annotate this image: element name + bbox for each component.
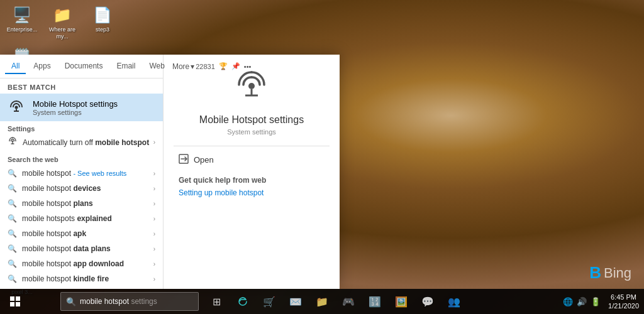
web-item-chevron-6: › — [153, 261, 155, 268]
open-button[interactable]: Open — [179, 154, 214, 166]
tab-documents[interactable]: Documents — [58, 59, 109, 74]
open-label: Open — [194, 155, 214, 165]
quick-help-title: Get quick help from web — [179, 176, 266, 185]
taskbar-photos[interactable]: 🖼️ — [389, 289, 414, 314]
volume-icon: 🔊 — [577, 297, 587, 306]
svg-point-0 — [15, 106, 18, 109]
web-item-chevron-3: › — [153, 215, 155, 222]
best-match-item[interactable]: Mobile Hotspot settings System settings — [0, 94, 163, 121]
tab-all[interactable]: All — [5, 59, 26, 74]
right-panel-divider — [174, 146, 330, 146]
start-button[interactable] — [0, 289, 30, 314]
quick-help-link[interactable]: Setting up mobile hotspot — [179, 188, 266, 197]
taskbar-search[interactable]: 🔍 mobile hotspot settings — [60, 292, 199, 311]
search-right-panel: Mobile Hotspot settings System settings … — [164, 55, 340, 289]
settings-label: Settings — [8, 125, 155, 133]
taskbar-search-text: mobile hotspot settings — [80, 297, 157, 306]
hotspot-icon — [8, 99, 25, 116]
web-item-7[interactable]: 🔍 mobile hotspot kindle fire › — [8, 271, 155, 286]
web-search-icon-5: 🔍 — [8, 244, 17, 253]
taskbar-xbox[interactable]: 🎮 — [336, 289, 361, 314]
web-item-text-3: mobile hotspots explained — [22, 214, 112, 223]
web-item-chevron-7: › — [153, 276, 155, 283]
web-search-label: Search the web — [8, 156, 155, 163]
web-search-icon-7: 🔍 — [8, 274, 17, 283]
web-search-icon-4: 🔍 — [8, 229, 17, 238]
settings-item-auto-turnoff[interactable]: Automatically turn off mobile hotspot › — [8, 133, 155, 152]
taskbar-teams[interactable]: 👥 — [441, 289, 467, 314]
web-item-text-2: mobile hotspot plans — [22, 199, 93, 208]
taskbar: 🔍 mobile hotspot settings ⊞ 🛒 ✉️ 📁 🎮 🔢 🖼… — [0, 289, 644, 314]
web-item-chevron-2: › — [153, 200, 155, 207]
web-item-chevron-0: › — [153, 170, 155, 177]
web-item-text-4: mobile hotspot apk — [22, 229, 86, 238]
web-search-icon-3: 🔍 — [8, 214, 17, 223]
taskbar-explorer[interactable]: 📁 — [309, 289, 335, 314]
right-panel-title: Mobile Hotspot settings — [199, 114, 304, 126]
settings-item-text: Automatically turn off mobile hotspot — [23, 138, 149, 147]
taskbar-edge[interactable] — [230, 289, 255, 314]
taskbar-icons: ⊞ 🛒 ✉️ 📁 🎮 🔢 🖼️ 💬 👥 — [204, 289, 467, 314]
best-match-text: Mobile Hotspot settings System settings — [33, 99, 118, 116]
web-item-text-7: mobile hotspot kindle fire — [22, 274, 109, 283]
settings-section: Settings — [0, 121, 163, 153]
tab-email[interactable]: Email — [110, 59, 142, 74]
taskbar-store[interactable]: 🛒 — [257, 289, 282, 314]
right-panel-subtitle: System settings — [227, 128, 276, 136]
desktop: 🖥️ Enterprise... 📁 Where are my... 📄 ste… — [0, 0, 644, 314]
network-icon: 🌐 — [563, 297, 573, 306]
web-search-icon-0: 🔍 — [8, 169, 17, 178]
web-item-6[interactable]: 🔍 mobile hotspot app download › — [8, 256, 155, 271]
desktop-icon-enterprise[interactable]: 🖥️ Enterprise... — [3, 3, 41, 42]
web-item-1[interactable]: 🔍 mobile hotspot devices › — [8, 181, 155, 196]
desktop-icon-step3[interactable]: 📄 step3 — [84, 3, 121, 42]
web-search-section: Search the web 🔍 mobile hotspot - See we… — [0, 153, 163, 289]
quick-help-section: Get quick help from web Setting up mobil… — [179, 176, 266, 197]
battery-icon: 🔋 — [591, 297, 601, 306]
open-icon — [179, 154, 189, 166]
web-item-text-0: mobile hotspot - See web results — [22, 169, 126, 178]
search-left-panel: All Apps Documents Email Web More ▾ 2283… — [0, 55, 164, 289]
taskbar-app2[interactable]: 💬 — [415, 289, 440, 314]
web-item-chevron-4: › — [153, 230, 155, 237]
svg-point-6 — [248, 83, 255, 89]
tab-apps[interactable]: Apps — [27, 59, 57, 74]
web-search-icon-1: 🔍 — [8, 184, 17, 193]
web-item-5[interactable]: 🔍 mobile hotspot data plans › — [8, 241, 155, 256]
taskbar-mail[interactable]: ✉️ — [283, 289, 308, 314]
web-item-0[interactable]: 🔍 mobile hotspot - See web results › — [8, 166, 155, 181]
web-search-icon-6: 🔍 — [8, 259, 17, 268]
right-hotspot-icon — [231, 67, 272, 107]
svg-point-3 — [12, 141, 14, 143]
search-tabs: All Apps Documents Email Web More ▾ 2283… — [0, 55, 163, 78]
web-item-4[interactable]: 🔍 mobile hotspot apk › — [8, 226, 155, 241]
taskbar-time-value: 6:45 PM — [608, 293, 639, 301]
settings-item-icon — [8, 136, 18, 148]
web-item-text-1: mobile hotspot devices — [22, 184, 101, 193]
web-item-chevron-5: › — [153, 246, 155, 252]
taskbar-task-view[interactable]: ⊞ — [204, 289, 229, 314]
bing-watermark: BBing — [589, 263, 631, 283]
web-item-text-6: mobile hotspot app download — [22, 259, 124, 268]
taskbar-datetime[interactable]: 6:45 PM 1/21/2020 — [608, 293, 639, 311]
search-popup: All Apps Documents Email Web More ▾ 2283… — [0, 55, 340, 289]
sys-icons: 🌐 🔊 🔋 — [558, 297, 606, 306]
web-search-icon-2: 🔍 — [8, 199, 17, 208]
taskbar-date-value: 1/21/2020 — [608, 301, 639, 310]
web-item-chevron-1: › — [153, 185, 155, 192]
windows-logo — [10, 296, 20, 306]
desktop-icon-where[interactable]: 📁 Where are my... — [43, 3, 81, 42]
settings-item-chevron: › — [153, 139, 155, 146]
taskbar-right: 🌐 🔊 🔋 6:45 PM 1/21/2020 — [558, 293, 644, 311]
web-item-3[interactable]: 🔍 mobile hotspots explained › — [8, 211, 155, 226]
best-match-label: Best match — [0, 78, 163, 94]
web-item-2[interactable]: 🔍 mobile hotspot plans › — [8, 196, 155, 211]
taskbar-calculator[interactable]: 🔢 — [362, 289, 387, 314]
taskbar-search-icon: 🔍 — [66, 297, 76, 306]
web-item-text-5: mobile hotspot data plans — [22, 244, 111, 253]
